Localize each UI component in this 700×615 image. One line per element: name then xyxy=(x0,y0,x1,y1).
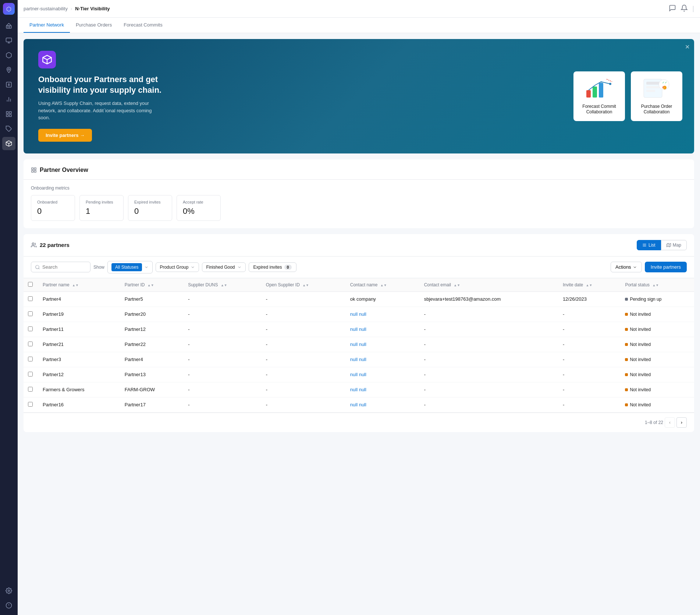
row-checkbox-7[interactable] xyxy=(28,402,33,407)
metric-accept-rate: Accept rate 0% xyxy=(177,195,221,221)
svg-rect-39 xyxy=(32,168,33,170)
partners-section: 22 partners List Map xyxy=(24,234,694,432)
sidebar-icon-chart[interactable] xyxy=(2,93,15,106)
col-supplier-duns[interactable]: Supplier DUNS ▲▼ xyxy=(184,278,262,291)
list-view-button[interactable]: List xyxy=(637,240,661,250)
prev-page-button[interactable]: ‹ xyxy=(665,417,675,428)
cell-supplier-duns: - xyxy=(184,352,262,367)
expired-invites-filter[interactable]: Expired invites 0 xyxy=(249,262,296,272)
invite-partners-banner-button[interactable]: Invite partners → xyxy=(38,129,92,142)
sidebar: ⬡ xyxy=(0,0,18,615)
cell-contact-email: - xyxy=(420,382,558,397)
banner-close-button[interactable]: ✕ xyxy=(685,43,690,50)
cell-contact-name: null null xyxy=(346,352,420,367)
cell-partner-id: Partner5 xyxy=(120,291,184,307)
sidebar-icon-location[interactable] xyxy=(2,63,15,77)
partners-table-container: Partner name ▲▼ Partner ID ▲▼ Supplier D… xyxy=(24,278,694,413)
sidebar-icon-list[interactable] xyxy=(2,78,15,91)
cell-portal-status: Not invited xyxy=(621,382,694,397)
search-box[interactable] xyxy=(31,262,90,272)
sidebar-icon-home[interactable] xyxy=(2,19,15,32)
metric-expired-value: 0 xyxy=(134,206,166,216)
status-filter[interactable]: All Statuses xyxy=(107,261,153,273)
sidebar-icon-grid[interactable] xyxy=(2,107,15,121)
cell-contact-name: null null xyxy=(346,322,420,337)
sidebar-icon-settings-top[interactable] xyxy=(2,584,15,597)
map-view-button[interactable]: Map xyxy=(661,240,687,250)
forecast-commit-card[interactable]: Forecast CommitCollaboration xyxy=(573,71,625,121)
filters-right: Actions Invite partners xyxy=(611,262,687,272)
row-checkbox-4[interactable] xyxy=(28,357,33,361)
pagination: 1–8 of 22 ‹ › xyxy=(24,413,694,432)
cell-supplier-duns: - xyxy=(184,322,262,337)
invite-partners-button[interactable]: Invite partners xyxy=(645,262,687,272)
svg-rect-31 xyxy=(646,86,660,88)
row-checkbox-5[interactable] xyxy=(28,372,33,377)
table-row: Partner4 Partner5 - - ok company sbjevar… xyxy=(24,291,694,307)
cell-partner-name: Partner11 xyxy=(38,322,120,337)
col-open-supplier-id[interactable]: Open Supplier ID ▲▼ xyxy=(262,278,346,291)
cell-open-supplier-id: - xyxy=(262,397,346,412)
bell-icon[interactable] xyxy=(681,4,688,13)
overview-divider xyxy=(24,179,694,180)
purchase-order-card[interactable]: ✓ ✓ ! ✗ Purchase OrderCollaboration xyxy=(631,71,682,121)
search-input[interactable] xyxy=(42,264,86,270)
cell-portal-status: Not invited xyxy=(621,307,694,322)
finished-good-filter[interactable]: Finished Good xyxy=(202,262,245,272)
overview-title: Partner Overview xyxy=(40,167,88,173)
col-contact-email[interactable]: Contact email ▲▼ xyxy=(420,278,558,291)
cell-partner-id: FARM-GROW xyxy=(120,382,184,397)
pagination-text: 1–8 of 22 xyxy=(645,420,663,425)
metric-pending-value: 1 xyxy=(86,206,117,216)
col-partner-id[interactable]: Partner ID ▲▼ xyxy=(120,278,184,291)
next-page-button[interactable]: › xyxy=(676,417,687,428)
row-checkbox-1[interactable] xyxy=(28,311,33,316)
tab-purchase-orders[interactable]: Purchase Orders xyxy=(70,18,118,33)
row-checkbox-0[interactable] xyxy=(28,296,33,301)
svg-rect-26 xyxy=(599,83,603,98)
col-contact-name[interactable]: Contact name ▲▼ xyxy=(346,278,420,291)
filters-bar: Show All Statuses Product Group Finished… xyxy=(24,257,694,278)
partner-overview-section: Partner Overview Onboarding metrics Onbo… xyxy=(24,159,694,228)
cell-invite-date: 12/26/2023 xyxy=(558,291,621,307)
product-group-filter[interactable]: Product Group xyxy=(156,262,199,272)
col-partner-name[interactable]: Partner name ▲▼ xyxy=(38,278,120,291)
app-logo[interactable]: ⬡ xyxy=(3,3,15,15)
row-checkbox-3[interactable] xyxy=(28,342,33,346)
svg-rect-41 xyxy=(32,170,33,172)
row-checkbox-cell xyxy=(24,291,38,307)
header-right: | xyxy=(669,4,694,13)
cell-partner-id: Partner4 xyxy=(120,352,184,367)
chat-icon[interactable] xyxy=(669,4,676,13)
cell-portal-status: Pending sign up xyxy=(621,291,694,307)
row-checkbox-2[interactable] xyxy=(28,326,33,331)
cell-portal-status: Not invited xyxy=(621,397,694,412)
actions-dropdown-button[interactable]: Actions xyxy=(611,262,642,272)
row-checkbox-cell xyxy=(24,307,38,322)
sidebar-icon-analytics[interactable] xyxy=(2,34,15,47)
tab-forecast-commits[interactable]: Forecast Commits xyxy=(118,18,168,33)
cell-supplier-duns: - xyxy=(184,382,262,397)
cell-invite-date: - xyxy=(558,322,621,337)
cell-invite-date: - xyxy=(558,367,621,382)
partners-title: 22 partners xyxy=(31,242,70,248)
cell-partner-name: Partner16 xyxy=(38,397,120,412)
col-invite-date[interactable]: Invite date ▲▼ xyxy=(558,278,621,291)
row-checkbox-6[interactable] xyxy=(28,387,33,392)
cell-portal-status: Not invited xyxy=(621,352,694,367)
select-all-checkbox[interactable] xyxy=(28,282,33,287)
sidebar-icon-info[interactable] xyxy=(2,599,15,612)
tab-partner-network[interactable]: Partner Network xyxy=(24,18,70,33)
banner-description: Using AWS Supply Chain, request data, ex… xyxy=(38,100,156,121)
sidebar-icon-tag[interactable] xyxy=(2,122,15,135)
sidebar-icon-package[interactable] xyxy=(2,49,15,62)
cell-contact-name: null null xyxy=(346,397,420,412)
table-row: Partner21 Partner22 - - null null - - No… xyxy=(24,337,694,352)
sidebar-icon-network[interactable] xyxy=(2,137,15,150)
onboarding-banner: Onboard your Partners and get visibility… xyxy=(24,39,694,153)
select-all-header xyxy=(24,278,38,291)
cell-open-supplier-id: - xyxy=(262,322,346,337)
cell-invite-date: - xyxy=(558,382,621,397)
col-portal-status[interactable]: Portal status ▲▼ xyxy=(621,278,694,291)
metric-pending-invites: Pending invites 1 xyxy=(79,195,124,221)
